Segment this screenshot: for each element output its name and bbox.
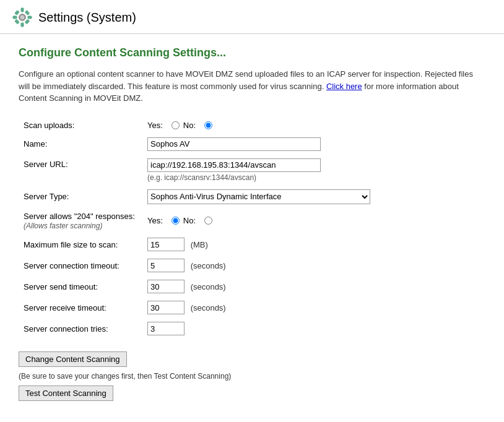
connection-tries-label: Server connection tries: <box>19 318 142 339</box>
server-allows-radio-group: Yes: No: <box>147 216 370 225</box>
svg-rect-7 <box>15 19 19 24</box>
server-allows-yes-label: Yes: <box>147 216 163 225</box>
click-here-link[interactable]: Click here <box>326 82 362 91</box>
max-file-size-label: Maximum file size to scan: <box>19 234 142 255</box>
scan-uploads-yes-label: Yes: <box>147 121 163 130</box>
server-allows-yes-radio[interactable] <box>172 217 180 225</box>
scan-uploads-yes-radio[interactable] <box>172 121 180 129</box>
name-value-cell <box>142 134 375 155</box>
server-url-hint: (e.g. icap://scansrv:1344/avscan) <box>147 173 370 182</box>
settings-form: Scan uploads: Yes: No: Name: <box>19 117 375 340</box>
max-file-size-input[interactable] <box>147 238 185 251</box>
svg-point-10 <box>20 15 24 19</box>
svg-rect-1 <box>21 8 24 12</box>
scan-uploads-value: Yes: No: <box>142 117 375 134</box>
server-allows-label: Server allows "204" responses: (Allows f… <box>19 208 142 235</box>
server-allows-row: Server allows "204" responses: (Allows f… <box>19 208 375 235</box>
send-timeout-label: Server send timeout: <box>19 276 142 297</box>
connection-timeout-value-cell: (seconds) <box>142 255 375 276</box>
receive-timeout-input[interactable] <box>147 301 185 314</box>
scan-uploads-row: Scan uploads: Yes: No: <box>19 117 375 134</box>
send-timeout-unit: (seconds) <box>191 282 226 291</box>
connection-timeout-label: Server connection timeout: <box>19 255 142 276</box>
scan-uploads-radio-group: Yes: No: <box>147 121 370 130</box>
max-file-size-value-cell: (MB) <box>142 234 375 255</box>
settings-icon <box>12 7 32 27</box>
change-content-scanning-button[interactable]: Change Content Scanning <box>19 351 127 367</box>
server-allows-main-label: Server allows "204" responses: <box>24 212 137 222</box>
server-allows-no-radio[interactable] <box>204 217 212 225</box>
svg-rect-2 <box>21 23 24 27</box>
connection-timeout-unit: (seconds) <box>191 261 226 270</box>
page-title: Settings (System) <box>38 11 136 25</box>
name-label: Name: <box>19 134 142 155</box>
name-input[interactable] <box>147 137 321 151</box>
scan-uploads-no-radio[interactable] <box>204 121 212 129</box>
save-note: (Be sure to save your changes first, the… <box>19 372 485 381</box>
scan-uploads-label: Scan uploads: <box>19 117 142 134</box>
test-content-scanning-button[interactable]: Test Content Scanning <box>19 385 113 401</box>
svg-rect-5 <box>15 11 19 15</box>
max-file-size-unit: (MB) <box>191 240 208 249</box>
svg-rect-4 <box>28 16 32 19</box>
server-type-select[interactable]: Sophos Anti-Virus Dynamic Interface Gene… <box>147 189 370 204</box>
send-timeout-input[interactable] <box>147 280 185 293</box>
receive-timeout-label: Server receive timeout: <box>19 297 142 318</box>
receive-timeout-row: Server receive timeout: (seconds) <box>19 297 375 318</box>
connection-tries-value-cell <box>142 318 375 339</box>
server-allows-no-label: No: <box>183 216 196 225</box>
send-timeout-value-cell: (seconds) <box>142 276 375 297</box>
connection-timeout-row: Server connection timeout: (seconds) <box>19 255 375 276</box>
description: Configure an optional content scanner to… <box>19 68 485 105</box>
server-allows-value-cell: Yes: No: <box>142 208 375 235</box>
max-file-size-row: Maximum file size to scan: (MB) <box>19 234 375 255</box>
server-url-row: Server URL: (e.g. icap://scansrv:1344/av… <box>19 155 375 186</box>
svg-rect-3 <box>13 16 17 19</box>
server-allows-sublabel: (Allows faster scanning) <box>24 222 137 230</box>
send-timeout-row: Server send timeout: (seconds) <box>19 276 375 297</box>
server-type-row: Server Type: Sophos Anti-Virus Dynamic I… <box>19 186 375 208</box>
name-row: Name: <box>19 134 375 155</box>
server-url-input[interactable] <box>147 158 321 172</box>
connection-tries-input[interactable] <box>147 322 185 335</box>
section-title: Configure Content Scanning Settings... <box>19 46 485 59</box>
page-header: Settings (System) <box>0 0 504 34</box>
main-content: Configure Content Scanning Settings... C… <box>0 34 504 413</box>
scan-uploads-no-label: No: <box>183 121 196 130</box>
connection-tries-row: Server connection tries: <box>19 318 375 339</box>
receive-timeout-value-cell: (seconds) <box>142 297 375 318</box>
connection-timeout-input[interactable] <box>147 259 185 272</box>
server-type-value-cell: Sophos Anti-Virus Dynamic Interface Gene… <box>142 186 375 208</box>
receive-timeout-unit: (seconds) <box>191 303 226 312</box>
server-type-label: Server Type: <box>19 186 142 208</box>
server-url-label: Server URL: <box>19 155 142 186</box>
server-url-value-cell: (e.g. icap://scansrv:1344/avscan) <box>142 155 375 186</box>
svg-rect-8 <box>25 19 29 24</box>
svg-rect-6 <box>25 11 29 15</box>
